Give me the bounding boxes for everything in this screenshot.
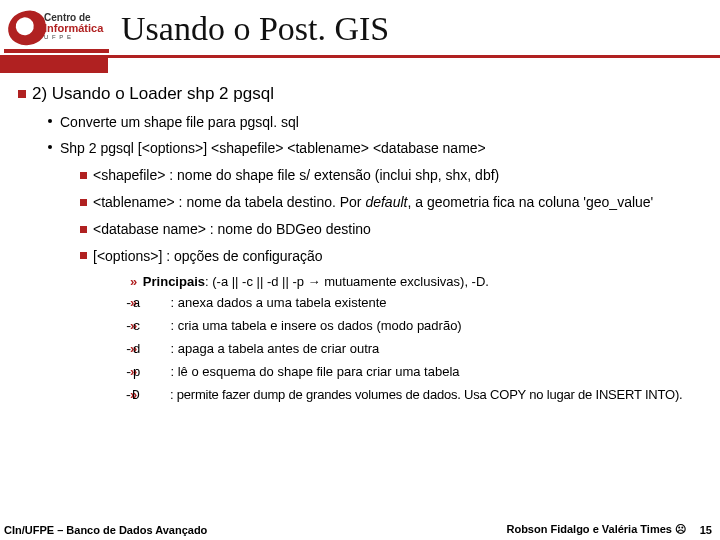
bullet-dot-icon (48, 119, 52, 123)
bullet-text-a: <tablename> : nome da tabela destino. Po… (93, 194, 365, 210)
logo-line2: Informática (44, 23, 103, 34)
logo-line3: U F P E (44, 34, 103, 40)
option-flag: -D (142, 388, 166, 405)
slide-body: 2) Usando o Loader shp 2 pgsql Converte … (18, 84, 720, 410)
principais-rest: : (-a || -c || -d || -p → mutuamente exc… (205, 274, 489, 289)
page-number: 15 (700, 524, 712, 536)
bullet-level3: [<options>] : opções de configuração (80, 247, 720, 266)
bullet-text-italic: default (365, 194, 407, 210)
bullet-level3: <database name> : nome do BDGeo destino (80, 220, 720, 239)
title-accent-bar (0, 55, 108, 73)
logo-mark (6, 9, 48, 48)
option-desc: : permite fazer dump de grandes volumes … (170, 387, 683, 402)
footer-left: CIn/UFPE – Banco de Dados Avançado (4, 524, 207, 536)
option-desc: : apaga a tabela antes de criar outra (170, 341, 379, 356)
bullet-level4-option: » -D : permite fazer dump de grandes vol… (130, 387, 720, 405)
option-desc: : anexa dados a uma tabela existente (170, 295, 386, 310)
bullet-square-icon (80, 199, 87, 206)
bullet-text: <shapefile> : nome do shape file s/ exte… (93, 167, 499, 183)
bullet-text: <database name> : nome do BDGeo destino (93, 221, 371, 237)
bullet-level4-principais: » Principais: (-a || -c || -d || -p → mu… (130, 274, 720, 291)
bullet-level4-option: » -c : cria uma tabela e insere os dados… (130, 318, 720, 336)
footer-right: Robson Fidalgo e Valéria Times ☹ (506, 523, 686, 536)
bullet-text: [<options>] : opções de configuração (93, 248, 323, 264)
option-flag: -d (143, 342, 167, 359)
bullet-square-icon (80, 226, 87, 233)
option-desc: : cria uma tabela e insere os dados (mod… (170, 318, 461, 333)
heading-level1: 2) Usando o Loader shp 2 pgsql (18, 84, 720, 104)
bullet-level3: <tablename> : nome da tabela destino. Po… (80, 193, 720, 212)
option-desc: : lê o esquema do shape file para criar … (170, 364, 459, 379)
principais-label: Principais (143, 274, 205, 289)
heading-text: 2) Usando o Loader shp 2 pgsql (32, 84, 274, 103)
slide-title: Usando o Post. GIS (121, 10, 389, 48)
option-flag: -a (143, 296, 167, 313)
bullet-level4-option: » -p : lê o esquema do shape file para c… (130, 364, 720, 382)
bullet-square-icon (18, 90, 26, 98)
bullet-level4-option: » -d : apaga a tabela antes de criar out… (130, 341, 720, 359)
logo: Centro de Informática U F P E (4, 5, 109, 53)
logo-text: Centro de Informática U F P E (44, 13, 103, 40)
bullet-level2: Shp 2 pgsql [<options>] <shapefile> <tab… (48, 140, 720, 156)
bullet-text: Shp 2 pgsql [<options>] <shapefile> <tab… (60, 140, 486, 156)
bullet-square-icon (80, 172, 87, 179)
logo-underline (4, 49, 109, 53)
option-flag: -c (143, 319, 167, 336)
header: Centro de Informática U F P E Usando o P… (0, 0, 720, 54)
bullet-square-icon (80, 252, 87, 259)
title-divider (0, 55, 720, 58)
bullet-level3: <shapefile> : nome do shape file s/ exte… (80, 166, 720, 185)
raquo-icon: » (130, 274, 137, 289)
bullet-text: Converte um shape file para pgsql. sql (60, 114, 299, 130)
option-flag: -p (143, 365, 167, 382)
bullet-dot-icon (48, 145, 52, 149)
bullet-level4-option: » -a : anexa dados a uma tabela existent… (130, 295, 720, 313)
bullet-text-c: , a geometria fica na coluna 'geo_value' (407, 194, 653, 210)
bullet-level2: Converte um shape file para pgsql. sql (48, 114, 720, 130)
